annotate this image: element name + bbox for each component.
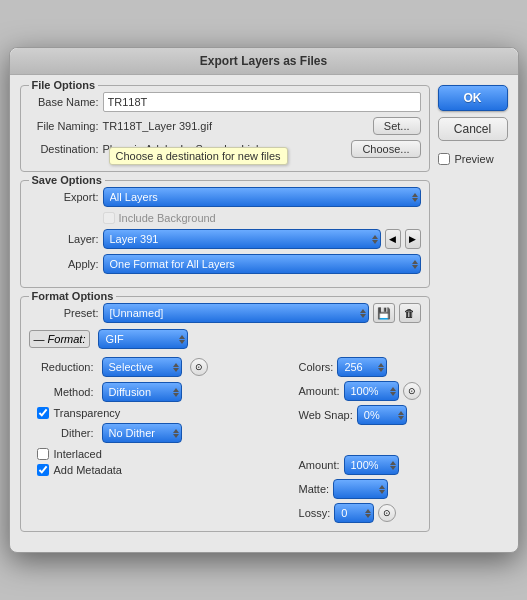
amount-options-button[interactable]: ⊙	[403, 382, 421, 400]
lossy-select[interactable]: 0	[334, 503, 374, 523]
dither-amount-label: Amount:	[299, 459, 340, 471]
lossy-options-button[interactable]: ⊙	[378, 504, 396, 522]
amount-row: Amount: 100% ⊙	[299, 381, 421, 401]
dither-amount-select[interactable]: 100%	[344, 455, 399, 475]
export-row: Export: All Layers	[29, 187, 421, 207]
preset-delete-button[interactable]: 🗑	[399, 303, 421, 323]
cancel-button[interactable]: Cancel	[438, 117, 508, 141]
lossy-label: Lossy:	[299, 507, 331, 519]
layer-select[interactable]: Layer 391	[103, 229, 381, 249]
include-bg-label: Include Background	[119, 212, 216, 224]
set-button[interactable]: Set...	[373, 117, 421, 135]
websnap-row: Web Snap: 0%	[299, 405, 421, 425]
add-metadata-row: Add Metadata	[37, 464, 291, 476]
dialog-title: Export Layers as Files	[10, 48, 518, 75]
main-content: File Options Base Name: File Naming: TR1…	[20, 85, 430, 540]
colors-row: Colors: 256	[299, 357, 421, 377]
interlaced-checkbox[interactable]	[37, 448, 49, 460]
transparency-row: Transparency	[37, 407, 291, 419]
method-row: Method: Diffusion	[29, 382, 291, 402]
tooltip: Choose a destination for new files	[109, 147, 288, 165]
include-bg-row: Include Background	[29, 212, 421, 224]
include-bg-checkbox[interactable]	[103, 212, 115, 224]
colors-label: Colors:	[299, 361, 334, 373]
file-options-label: File Options	[29, 79, 99, 91]
dither-select[interactable]: No Dither	[102, 423, 182, 443]
base-name-input[interactable]	[103, 92, 421, 112]
layer-row: Layer: Layer 391 ◀ ▶	[29, 229, 421, 249]
format-options-section: Format Options Preset: [Unnamed] 💾	[20, 296, 430, 532]
left-col: Reduction: Selective ⊙	[29, 357, 291, 523]
export-dialog: Export Layers as Files File Options Base…	[9, 47, 519, 553]
dither-amount-row: Amount: 100%	[299, 455, 421, 475]
file-options-section: File Options Base Name: File Naming: TR1…	[20, 85, 430, 172]
destination-label: Destination:	[29, 143, 99, 155]
amount-select[interactable]: 100%	[344, 381, 399, 401]
websnap-label: Web Snap:	[299, 409, 353, 421]
save-options-label: Save Options	[29, 174, 105, 186]
format-settings: Reduction: Selective ⊙	[29, 357, 421, 523]
file-naming-row: File Naming: TR118T_Layer 391.gif Set...…	[29, 117, 421, 135]
preset-row: Preset: [Unnamed] 💾 🗑	[29, 303, 421, 323]
side-buttons: OK Cancel Preview	[438, 85, 508, 540]
add-metadata-label: Add Metadata	[54, 464, 123, 476]
preset-select[interactable]: [Unnamed]	[103, 303, 369, 323]
ok-button[interactable]: OK	[438, 85, 508, 111]
reduction-row: Reduction: Selective ⊙	[29, 357, 291, 377]
reduction-label: Reduction:	[29, 361, 94, 373]
transparency-checkbox[interactable]	[37, 407, 49, 419]
preview-label: Preview	[455, 153, 494, 165]
matte-row: Matte:	[299, 479, 421, 499]
right-col: Colors: 256	[299, 357, 421, 523]
title-text: Export Layers as Files	[200, 54, 327, 68]
format-select[interactable]: GIF	[98, 329, 188, 349]
matte-select[interactable]	[333, 479, 388, 499]
layer-prev-button[interactable]: ◀	[385, 229, 401, 249]
interlaced-row: Interlaced	[37, 448, 291, 460]
format-section-marker: — Format:	[29, 330, 91, 348]
apply-row: Apply: One Format for All Layers	[29, 254, 421, 274]
layer-next-button[interactable]: ▶	[405, 229, 421, 249]
method-select[interactable]: Diffusion	[102, 382, 182, 402]
choose-button[interactable]: Choose...	[351, 140, 420, 158]
lossy-row: Lossy: 0 ⊙	[299, 503, 421, 523]
save-options-section: Save Options Export: All Layers	[20, 180, 430, 288]
preview-checkbox[interactable]	[438, 153, 450, 165]
apply-select[interactable]: One Format for All Layers	[103, 254, 421, 274]
file-naming-value: TR118T_Layer 391.gif	[103, 120, 212, 132]
reduction-options-button[interactable]: ⊙	[190, 358, 208, 376]
preview-row: Preview	[438, 153, 508, 165]
method-label: Method:	[29, 386, 94, 398]
interlaced-label: Interlaced	[54, 448, 102, 460]
dither-row: Dither: No Dither	[29, 423, 291, 443]
export-select[interactable]: All Layers	[103, 187, 421, 207]
preset-save-button[interactable]: 💾	[373, 303, 395, 323]
reduction-select[interactable]: Selective	[102, 357, 182, 377]
add-metadata-checkbox[interactable]	[37, 464, 49, 476]
export-label: Export:	[29, 191, 99, 203]
matte-label: Matte:	[299, 483, 330, 495]
base-name-label: Base Name:	[29, 96, 99, 108]
layer-label: Layer:	[29, 233, 99, 245]
file-naming-label: File Naming:	[29, 120, 99, 132]
format-row: — Format: GIF	[29, 329, 421, 349]
amount-label: Amount:	[299, 385, 340, 397]
base-name-row: Base Name:	[29, 92, 421, 112]
format-options-label: Format Options	[29, 290, 117, 302]
colors-select[interactable]: 256	[337, 357, 387, 377]
dither-label: Dither:	[29, 427, 94, 439]
transparency-label: Transparency	[54, 407, 121, 419]
preset-label: Preset:	[29, 307, 99, 319]
websnap-select[interactable]: 0%	[357, 405, 407, 425]
apply-label: Apply:	[29, 258, 99, 270]
